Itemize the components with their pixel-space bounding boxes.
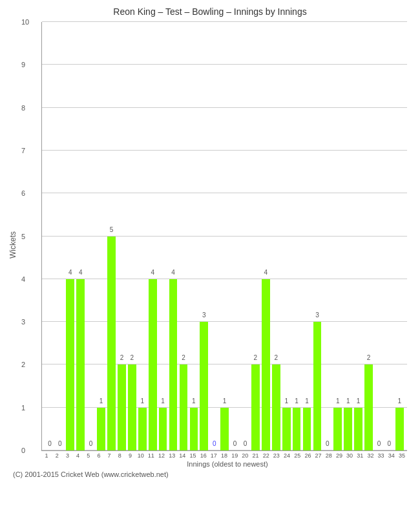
bar: 1 [354,408,362,450]
chart-title: Reon King – Test – Bowling – Innings by … [113,6,306,17]
bar-value-label: 0 [89,440,93,447]
bar: 1 [138,408,147,450]
x-tick-label: 18 [219,452,229,459]
bar: 1 [282,408,291,450]
bar: 1 [344,408,352,450]
bar-value-label: 1 [346,397,350,405]
x-tick-label: 33 [376,452,386,459]
bar-group: 1 [343,22,353,450]
bar-group: 1 [333,22,343,450]
x-tick-label: 3 [62,452,72,459]
bar-value-label: 1 [398,397,402,405]
bar-group: 2 [364,22,374,450]
bar-group: 1 [353,22,364,450]
bar-group: 4 [260,22,271,450]
x-tick-label: 20 [240,452,250,459]
bar-value-label: 0 [388,440,392,447]
bar-group: 0 [240,22,251,450]
x-tick-label: 21 [250,452,260,459]
x-tick-label: 35 [397,452,407,459]
bar-value-label: 1 [284,397,288,405]
footer: (C) 2001-2015 Cricket Web (www.cricketwe… [6,470,414,478]
bar-value-label: 3 [315,311,319,319]
bar-value-label: 1 [336,397,340,405]
bar-value-label: 1 [140,397,144,405]
bar: 4 [66,279,74,450]
x-tick-label: 24 [282,452,292,459]
x-tick-label: 14 [177,452,187,459]
x-tick-label: 10 [136,452,146,459]
bar-group: 2 [127,22,137,450]
chart-container: Reon King – Test – Bowling – Innings by … [0,0,420,517]
bar: 2 [251,364,260,450]
bar-value-label: 1 [192,397,196,405]
bar: 4 [262,279,270,450]
chart-area: Wickets 012345678910 0044015221414213010… [6,22,414,468]
bar-value-label: 2 [131,354,134,361]
bar: 1 [293,408,301,450]
bar-value-label: 0 [213,440,216,447]
bar-group: 1 [158,22,168,450]
bar-value-label: 4 [151,269,154,276]
y-tick-label: 3 [21,318,25,326]
bar: 1 [190,408,198,450]
bar-group: 1 [302,22,312,450]
bar-value-label: 0 [48,440,52,447]
bar: 2 [364,364,373,450]
y-tick-label: 5 [21,233,25,240]
bar: 1 [97,408,105,450]
x-tick-label: 5 [83,452,94,459]
bar-value-label: 2 [274,354,278,361]
x-axis-label: Innings (oldest to newest) [41,460,414,468]
bar-group: 0 [322,22,333,450]
bar-group: 3 [312,22,322,450]
y-tick-label: 6 [21,189,25,197]
bar-group: 0 [384,22,394,450]
y-tick-label: 8 [21,104,25,112]
bar-group: 1 [291,22,302,450]
bar-value-label: 1 [295,397,299,405]
bar: 2 [118,364,126,450]
bar: 2 [180,364,188,450]
bar-group: 1 [137,22,147,450]
x-tick-label: 11 [146,452,156,459]
bar-group: 1 [394,22,404,450]
bar: 3 [313,322,322,450]
bar-group: 2 [271,22,281,450]
chart-inner: 012345678910 004401522141421301002421113… [22,22,414,468]
y-tick-label: 9 [21,61,25,69]
bar-group: 1 [189,22,199,450]
x-tick-label: 30 [344,452,355,459]
bar-value-label: 0 [244,440,247,447]
x-tick-label: 9 [125,452,135,459]
x-tick-label: 16 [198,452,209,459]
y-tick-label: 0 [21,447,25,454]
x-tick-label: 29 [334,452,344,459]
bar: 1 [333,408,342,450]
x-tick-label: 25 [292,452,302,459]
x-tick-label: 17 [209,452,219,459]
bar: 1 [220,408,229,450]
bar: 2 [128,364,136,450]
bar-value-label: 2 [367,354,371,361]
bar-value-label: 4 [264,269,268,276]
x-tick-label: 26 [302,452,313,459]
bar-value-label: 0 [233,440,237,447]
bar-value-label: 1 [161,397,165,405]
x-tick-label: 34 [386,452,397,459]
bar-value-label: 2 [120,354,124,361]
bar-group: 5 [107,22,117,450]
bar-value-label: 2 [182,354,185,361]
y-tick-label: 2 [21,361,25,368]
bar-value-label: 0 [326,440,330,447]
x-tick-label: 27 [313,452,323,459]
x-tick-label: 15 [187,452,198,459]
y-tick-label: 4 [21,275,25,283]
bar-group: 1 [220,22,230,450]
x-tick-label: 6 [94,452,104,459]
bar: 4 [76,279,85,450]
x-tick-label: 4 [73,452,83,459]
x-axis: 1234567891011121314151617181920212223242… [41,451,407,459]
bar-value-label: 1 [357,397,361,405]
x-tick-label: 32 [365,452,375,459]
